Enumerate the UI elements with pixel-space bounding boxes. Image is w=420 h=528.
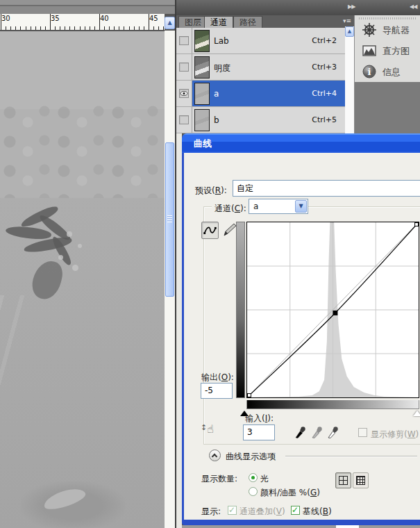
section-divider <box>285 456 417 457</box>
background-strip <box>182 525 420 528</box>
channel-row-b[interactable]: b Ctrl+5 <box>176 107 345 133</box>
light-radio-label: 光 <box>260 473 269 485</box>
collapse-panel-icon[interactable]: ▶▶ <box>348 3 355 10</box>
ruler-tick <box>69 26 70 30</box>
show-label: 显示: <box>201 506 221 518</box>
tab-channels[interactable]: 通道 <box>204 16 233 28</box>
smooth-curve-tool-button[interactable] <box>201 222 219 239</box>
panel-scrollbar[interactable]: ▲ <box>345 26 354 133</box>
channel-shortcut: Ctrl+4 <box>312 89 337 98</box>
channel-overlays-checkbox[interactable] <box>228 506 237 515</box>
flower-highlight <box>67 231 72 237</box>
channel-row-lab[interactable]: Lab Ctrl+2 <box>176 28 345 54</box>
on-image-adjust-icon[interactable]: ↕☝ <box>201 422 221 439</box>
ruler-tick <box>45 26 46 30</box>
ruler-tick <box>20 26 21 30</box>
panel-tabs: 图层 通道 路径 ▾≡ <box>176 15 354 28</box>
dock-grip <box>359 17 416 19</box>
photoshop-workspace: 30354045 ▲ 思缘设计论坛 WWW.MISSYUAN.COM ▶▶ ◀◀ <box>0 0 420 528</box>
visibility-cell[interactable] <box>176 81 192 106</box>
channel-overlays-label: 通道叠加(V) <box>240 506 285 518</box>
visibility-cell[interactable] <box>176 28 192 53</box>
output-value-field[interactable]: -5 <box>201 383 233 399</box>
document-canvas[interactable]: 思缘设计论坛 WWW.MISSYUAN.COM <box>0 31 165 528</box>
ruler-tick <box>134 26 135 30</box>
simple-grid-button[interactable] <box>335 472 351 488</box>
channel-name: Lab <box>214 36 229 46</box>
scroll-up-button[interactable]: ▲ <box>165 17 175 29</box>
window-chrome-bar <box>0 0 175 14</box>
canvas-light-band <box>0 31 165 109</box>
show-clipping-checkbox[interactable] <box>358 428 367 437</box>
ruler-tick <box>144 26 144 30</box>
input-gradient-bar <box>246 400 419 409</box>
histogram-icon <box>362 43 377 58</box>
info-icon: i <box>362 64 377 79</box>
ruler-number: 40 <box>100 15 109 22</box>
output-gradient-bar <box>236 222 245 398</box>
panel-menu-icon[interactable]: ▾≡ <box>343 17 351 24</box>
white-point-eyedropper-icon[interactable] <box>326 425 339 440</box>
ruler-tick <box>80 26 81 30</box>
ruler-tick <box>119 26 119 30</box>
black-point-eyedropper-icon[interactable] <box>293 425 307 440</box>
input-value-field[interactable]: 3 <box>243 424 275 440</box>
visibility-cell[interactable] <box>176 107 192 133</box>
preset-field[interactable]: 自定 <box>233 180 420 197</box>
scrollbar-grip <box>167 215 172 222</box>
selected-curve-point[interactable] <box>333 311 337 315</box>
curve-graph[interactable] <box>246 222 419 398</box>
dialog-body: 预设(R): 自定 通道(C): a ▼ <box>182 153 420 520</box>
dock-item-label: 直方图 <box>383 45 410 58</box>
dock-item-label: 信息 <box>383 66 401 79</box>
ruler-tick <box>40 26 41 30</box>
tab-paths[interactable]: 路径 <box>233 16 262 28</box>
dock-empty-area <box>354 82 420 135</box>
channel-thumbnail[interactable] <box>194 83 210 105</box>
leaf-shadow <box>21 481 125 528</box>
light-radio[interactable] <box>249 473 258 482</box>
eye-icon[interactable] <box>179 89 189 98</box>
eye-toggle-empty[interactable] <box>179 36 189 45</box>
eye-toggle-empty[interactable] <box>179 63 189 72</box>
channel-thumbnail[interactable] <box>194 56 210 79</box>
baseline-checkbox[interactable] <box>291 506 300 515</box>
collapse-dock-icon[interactable]: ◀◀ <box>410 3 417 10</box>
tab-layers[interactable]: 图层 <box>178 16 208 28</box>
dropdown-arrow-icon[interactable]: ▼ <box>295 200 307 213</box>
channel-thumbnail[interactable] <box>194 109 210 131</box>
ruler-tick <box>65 26 65 30</box>
ruler-tick <box>1 14 1 30</box>
ruler-tick <box>55 26 56 30</box>
ruler-tick <box>109 26 110 30</box>
channel-thumbnail[interactable] <box>194 30 210 52</box>
gray-point-eyedropper-icon[interactable] <box>310 425 324 440</box>
visibility-cell[interactable] <box>176 54 192 80</box>
channel-dropdown[interactable]: a ▼ <box>249 199 308 214</box>
channels-panel: 图层 通道 路径 ▾≡ Lab Ctrl+2 明度 Ctrl+3 <box>176 15 354 133</box>
pigment-ink-radio-label: 颜料/油墨 %(G) <box>260 487 320 499</box>
ruler-tick <box>104 26 105 30</box>
channel-row-lightness[interactable]: 明度 Ctrl+3 <box>176 54 345 81</box>
scroll-up-button[interactable]: ▲ <box>345 26 354 37</box>
eye-toggle-empty[interactable] <box>179 115 189 124</box>
highlight-slider-icon[interactable] <box>413 411 420 416</box>
svg-text:i: i <box>368 67 371 77</box>
ruler-tick <box>85 26 85 30</box>
channel-dropdown-value: a <box>253 201 258 211</box>
scrollbar-thumb[interactable] <box>165 142 174 297</box>
channel-row-a[interactable]: a Ctrl+4 <box>176 81 345 107</box>
panel-sliver <box>176 133 182 528</box>
dock-item-histogram[interactable]: 直方图 <box>355 42 420 61</box>
dialog-titlebar[interactable]: 曲线 <box>182 133 420 153</box>
curve-options-expander-button[interactable] <box>209 449 221 461</box>
detailed-grid-button[interactable] <box>353 472 369 488</box>
ruler-number: 45 <box>149 15 158 22</box>
canvas-vertical-scrollbar[interactable] <box>165 31 175 528</box>
dock-item-info[interactable]: i 信息 <box>355 63 420 82</box>
output-label: 输出(O): <box>201 372 234 383</box>
chevron-up-icon <box>212 454 217 459</box>
ruler-tick <box>74 26 75 30</box>
pigment-ink-radio[interactable] <box>249 487 258 496</box>
dock-item-navigator[interactable]: 导航器 <box>355 21 420 40</box>
